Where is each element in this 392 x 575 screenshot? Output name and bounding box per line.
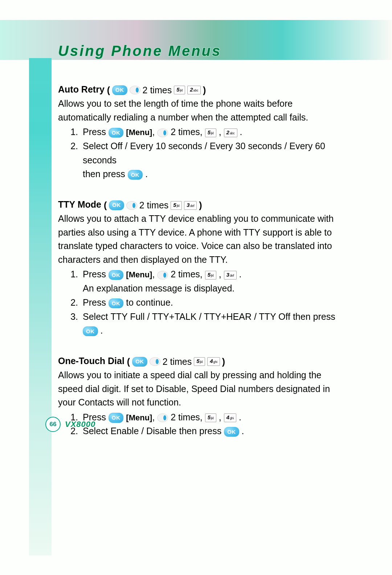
press-label: Press: [83, 297, 106, 307]
auto-retry-shortcut: ( OK 2 times 5jkl 2abc ): [107, 83, 206, 97]
one-touch-shortcut: ( OK 2 times 5jkl 4ghi ): [127, 355, 225, 369]
side-band: [29, 58, 52, 555]
ok-key-icon: OK: [109, 200, 124, 210]
tty-title: TTY Mode: [58, 199, 101, 209]
ok-key-icon: OK: [109, 413, 124, 423]
to-continue-label: to continue.: [126, 297, 173, 307]
key-5: 5jkl: [171, 201, 182, 210]
key-5: 5jkl: [205, 129, 216, 137]
select-label: Select: [83, 311, 108, 322]
then-press-label: then press: [83, 169, 125, 179]
model-label: VX8000: [65, 420, 95, 429]
tty-steps: Press OK [Menu], 2 times, 5jkl , 3def . …: [58, 267, 345, 338]
close-paren: ): [222, 355, 225, 369]
open-paren: (: [104, 199, 107, 212]
key-2: 2abc: [224, 129, 237, 137]
body-content: Auto Retry ( OK 2 times 5jkl 2abc ) Allo…: [58, 80, 345, 438]
nav-right-icon: [157, 271, 168, 280]
press-label: Press: [83, 127, 106, 137]
auto-retry-options: Off / Every 10 seconds / Every 30 second…: [83, 141, 325, 165]
one-touch-steps: Press OK [Menu], 2 times, 5jkl , 4ghi . …: [58, 410, 345, 439]
nav-right-icon: [126, 201, 137, 210]
one-touch-paragraph: Allows you to initiate a speed dial call…: [58, 368, 345, 409]
two-times-label: 2 times,: [171, 127, 203, 137]
ok-key-icon: OK: [109, 298, 124, 308]
ok-key-icon: OK: [224, 427, 239, 437]
page-title: Using Phone Menus: [58, 43, 221, 59]
auto-retry-steps: Press OK [Menu], 2 times, 5jkl , 2abc . …: [58, 125, 345, 181]
menu-label: [Menu]: [126, 270, 152, 279]
nav-right-icon: [130, 86, 140, 94]
open-paren: (: [127, 355, 130, 369]
one-touch-title: One-Touch Dial: [58, 356, 124, 366]
open-paren: (: [107, 83, 110, 97]
ok-key-icon: OK: [109, 270, 124, 280]
key-4: 4ghi: [224, 413, 236, 422]
section-one-touch: One-Touch Dial ( OK 2 times 5jkl 4ghi ) …: [58, 354, 345, 438]
two-times-label: 2 times,: [171, 412, 203, 422]
ok-key-icon: OK: [83, 326, 98, 336]
nav-right-icon: [150, 357, 160, 366]
close-paren: ): [199, 199, 202, 212]
two-times-label: 2 times: [139, 199, 169, 212]
menu-label: [Menu]: [126, 128, 152, 137]
two-times-label: 2 times,: [171, 269, 203, 279]
tty-step-2: Press OK to continue.: [81, 295, 345, 310]
section-auto-retry: Auto Retry ( OK 2 times 5jkl 2abc ) Allo…: [58, 83, 345, 181]
tty-options: TTY Full / TTY+TALK / TTY+HEAR / TTY Off: [110, 311, 290, 322]
tty-shortcut: ( OK 2 times 5jkl 3def ): [104, 199, 202, 212]
section-tty-mode: TTY Mode ( OK 2 times 5jkl 3def ) Allows…: [58, 198, 345, 338]
close-paren: ): [203, 83, 206, 97]
key-5: 5jkl: [194, 357, 205, 366]
key-5: 5jkl: [205, 271, 216, 280]
then-press-label: then press: [179, 426, 221, 436]
one-touch-step-1: Press OK [Menu], 2 times, 5jkl , 4ghi .: [81, 410, 345, 424]
tty-step-1-tail: An explanation message is displayed.: [83, 283, 234, 293]
auto-retry-title: Auto Retry: [58, 84, 105, 94]
nav-right-icon: [157, 413, 168, 422]
ok-key-icon: OK: [128, 170, 143, 180]
key-5: 5jkl: [205, 413, 216, 422]
menu-label: [Menu]: [126, 413, 152, 422]
page-footer: 66 VX8000: [45, 417, 95, 432]
then-press-label: then press: [293, 311, 335, 322]
key-3: 3def: [224, 271, 237, 280]
key-4: 4ghi: [207, 357, 220, 366]
press-label: Press: [83, 269, 106, 279]
one-touch-options: Enable / Disable: [110, 426, 176, 436]
ok-key-icon: OK: [132, 357, 147, 367]
tty-paragraph: Allows you to attach a TTY device enabli…: [58, 212, 345, 266]
ok-key-icon: OK: [112, 85, 127, 95]
nav-right-icon: [157, 129, 168, 137]
key-5: 5jkl: [174, 86, 185, 94]
one-touch-step-2: Select Enable / Disable then press OK .: [81, 424, 345, 438]
ok-key-icon: OK: [109, 128, 124, 138]
tty-step-3: Select TTY Full / TTY+TALK / TTY+HEAR / …: [81, 310, 345, 338]
key-2: 2abc: [187, 86, 201, 94]
page-number-badge: 66: [45, 417, 61, 432]
auto-retry-paragraph: Allows you to set the length of time the…: [58, 97, 345, 124]
two-times-label: 2 times: [163, 355, 192, 369]
two-times-label: 2 times: [143, 83, 172, 97]
tty-step-1: Press OK [Menu], 2 times, 5jkl , 3def . …: [81, 267, 345, 295]
manual-page: Using Phone Menus Auto Retry ( OK 2 time…: [0, 0, 392, 575]
auto-retry-step-1: Press OK [Menu], 2 times, 5jkl , 2abc .: [81, 125, 345, 139]
select-label: Select: [83, 141, 108, 151]
key-3: 3def: [184, 201, 197, 210]
auto-retry-step-2: Select Off / Every 10 seconds / Every 30…: [81, 139, 345, 181]
